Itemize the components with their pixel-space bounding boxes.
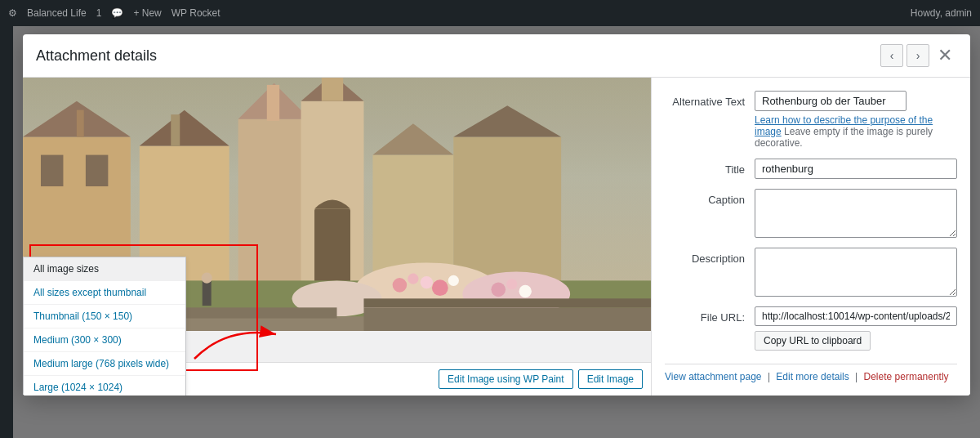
- comments-icon: 💬: [111, 7, 123, 19]
- modal-body: Edit image ▲ All image sizes All sizes e…: [23, 78, 970, 396]
- next-attachment-button[interactable]: ›: [906, 44, 929, 67]
- alt-text-field-row: Alternative Text Learn how to describe t…: [665, 91, 957, 149]
- howdy-text: Howdy, admin: [911, 7, 972, 19]
- close-modal-button[interactable]: ✕: [933, 45, 957, 66]
- alt-text-help: Learn how to describe the purpose of the…: [755, 114, 957, 149]
- copy-url-button[interactable]: Copy URL to clipboard: [755, 331, 871, 351]
- wp-logo-icon: ⚙: [8, 7, 17, 19]
- admin-bar: ⚙ Balanced Life 1 💬 + New WP Rocket Howd…: [0, 0, 980, 26]
- caption-input[interactable]: [755, 189, 957, 238]
- title-label: Title: [665, 159, 755, 176]
- main-content: Attachment details ‹ › ✕: [13, 26, 980, 438]
- admin-bar-right: Howdy, admin: [911, 7, 972, 19]
- alt-text-input[interactable]: [755, 91, 906, 111]
- sidebar: [0, 26, 13, 438]
- description-label: Description: [665, 248, 755, 265]
- edit-image-wp-paint-button[interactable]: Edit Image using WP Paint: [439, 369, 573, 389]
- file-url-field-row: File URL: Copy URL to clipboard: [665, 306, 957, 351]
- alt-text-label: Alternative Text: [665, 91, 755, 108]
- attachment-modal: Attachment details ‹ › ✕: [23, 34, 970, 396]
- edit-image-main-button[interactable]: Edit Image: [578, 369, 643, 389]
- new-post-button[interactable]: + New: [133, 7, 161, 19]
- alt-text-note: Leave empty if the image is purely decor…: [755, 126, 933, 149]
- alt-text-field-container: Learn how to describe the purpose of the…: [755, 91, 957, 149]
- dropdown-item-no-thumbnail[interactable]: All sizes except thumbnail: [24, 281, 185, 305]
- attachment-actions: View attachment page | Edit more details…: [665, 364, 957, 382]
- file-url-input[interactable]: [755, 306, 957, 326]
- modal-navigation: ‹ › ✕: [880, 44, 957, 67]
- modal-overlay: Attachment details ‹ › ✕: [13, 26, 980, 438]
- separator-1: |: [768, 371, 770, 382]
- description-input[interactable]: [755, 248, 957, 297]
- admin-bar-left: ⚙ Balanced Life 1 💬 + New WP Rocket: [8, 7, 220, 19]
- description-field-row: Description: [665, 248, 957, 297]
- details-panel: Alternative Text Learn how to describe t…: [652, 78, 970, 396]
- caption-label: Caption: [665, 189, 755, 206]
- dropdown-item-large[interactable]: Large (1024 × 1024): [24, 376, 185, 396]
- title-input[interactable]: [755, 159, 957, 179]
- dropdown-item-medium[interactable]: Medium (300 × 300): [24, 328, 185, 352]
- image-area: Edit image ▲ All image sizes All sizes e…: [23, 78, 652, 396]
- modal-title: Attachment details: [36, 47, 157, 65]
- modal-header: Attachment details ‹ › ✕: [23, 34, 970, 78]
- dropdown-item-medium-large[interactable]: Medium large (768 pixels wide): [24, 352, 185, 376]
- plugin-name[interactable]: WP Rocket: [172, 7, 220, 19]
- notifications-count[interactable]: 1: [96, 7, 102, 19]
- view-attachment-link[interactable]: View attachment page: [665, 371, 762, 382]
- layout: Attachment details ‹ › ✕: [0, 26, 980, 438]
- image-size-dropdown: All image sizes All sizes except thumbna…: [23, 257, 186, 396]
- file-url-container: Copy URL to clipboard: [755, 306, 957, 351]
- file-url-label: File URL:: [665, 306, 755, 324]
- edit-more-details-link[interactable]: Edit more details: [776, 371, 849, 382]
- site-name[interactable]: Balanced Life: [27, 7, 87, 19]
- separator-2: |: [855, 371, 858, 382]
- title-field-row: Title: [665, 159, 957, 179]
- image-toolbar: Edit image ▲ All image sizes All sizes e…: [23, 362, 651, 396]
- prev-attachment-button[interactable]: ‹: [880, 44, 903, 67]
- dropdown-item-thumbnail[interactable]: Thumbnail (150 × 150): [24, 305, 185, 328]
- delete-permanently-link[interactable]: Delete permanently: [864, 371, 949, 382]
- caption-field-row: Caption: [665, 189, 957, 238]
- dropdown-item-all-sizes[interactable]: All image sizes: [24, 257, 185, 281]
